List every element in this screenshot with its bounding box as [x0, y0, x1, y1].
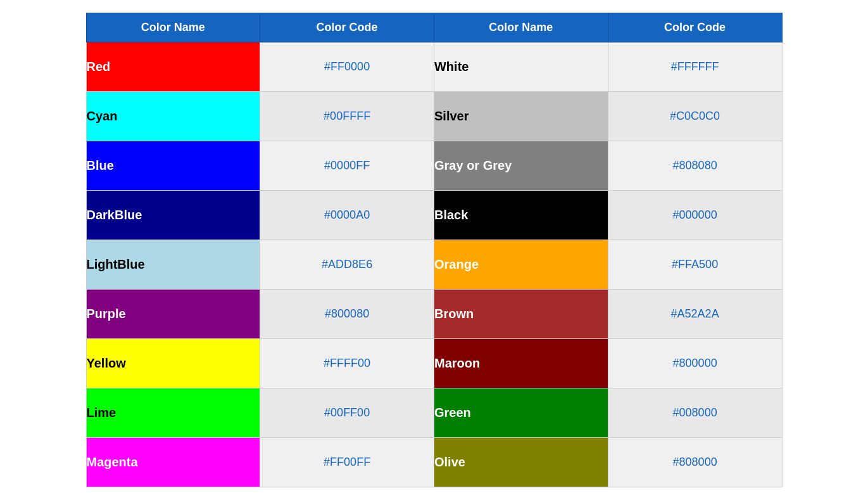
left-code-cell: #800080	[260, 290, 434, 339]
right-code-cell: #808080	[608, 141, 782, 191]
left-color-cell: DarkBlue	[86, 191, 260, 240]
left-code-cell: #0000FF	[260, 141, 434, 191]
header-left-code: Color Code	[260, 13, 434, 42]
left-code-cell: #00FF00	[260, 388, 434, 438]
left-code-cell: #00FFFF	[260, 92, 434, 141]
left-code-cell: #0000A0	[260, 191, 434, 240]
right-code-cell: #800000	[608, 339, 782, 388]
left-color-cell: Blue	[86, 141, 260, 191]
left-code-cell: #FF00FF	[260, 438, 434, 487]
left-code-cell: #FFFF00	[260, 339, 434, 388]
right-code-cell: #808000	[608, 438, 782, 487]
right-code-cell: #A52A2A	[608, 290, 782, 339]
left-code-cell: #FF0000	[260, 42, 434, 92]
right-code-cell: #FFA500	[608, 240, 782, 290]
right-color-cell: Green	[434, 388, 608, 438]
right-color-cell: Brown	[434, 290, 608, 339]
right-color-cell: Gray or Grey	[434, 141, 608, 191]
header-right-code: Color Code	[608, 13, 782, 42]
right-color-cell: White	[434, 42, 608, 92]
right-color-cell: Olive	[434, 438, 608, 487]
right-code-cell: #008000	[608, 388, 782, 438]
left-color-cell: Cyan	[86, 92, 260, 141]
header-right-name: Color Name	[434, 13, 608, 42]
right-color-cell: Silver	[434, 92, 608, 141]
right-color-cell: Orange	[434, 240, 608, 290]
left-code-cell: #ADD8E6	[260, 240, 434, 290]
header-left-name: Color Name	[86, 13, 260, 42]
left-color-cell: Purple	[86, 290, 260, 339]
right-code-cell: #000000	[608, 191, 782, 240]
left-color-cell: LightBlue	[86, 240, 260, 290]
left-color-cell: Magenta	[86, 438, 260, 487]
right-color-cell: Maroon	[434, 339, 608, 388]
right-color-cell: Black	[434, 191, 608, 240]
right-code-cell: #FFFFFF	[608, 42, 782, 92]
right-code-cell: #C0C0C0	[608, 92, 782, 141]
left-color-cell: Yellow	[86, 339, 260, 388]
left-color-cell: Lime	[86, 388, 260, 438]
left-color-cell: Red	[86, 42, 260, 92]
color-table: Color Name Color Code Color Name Color C…	[86, 13, 783, 487]
